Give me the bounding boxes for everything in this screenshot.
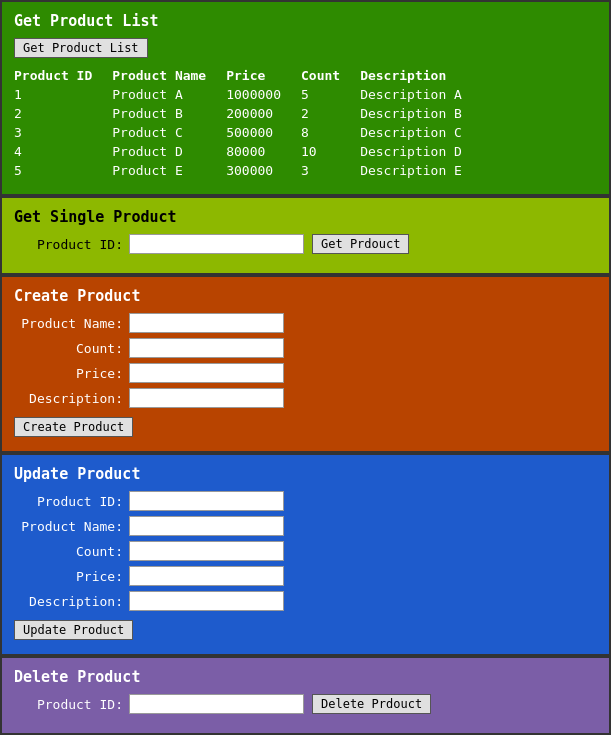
table-cell-desc: Description D bbox=[360, 142, 482, 161]
create-count-row: Count: bbox=[14, 338, 597, 358]
update-desc-row: Description: bbox=[14, 591, 597, 611]
delete-button[interactable]: Delete Prdouct bbox=[312, 694, 431, 714]
update-id-label: Product ID: bbox=[14, 494, 129, 509]
table-cell-name: Product C bbox=[112, 123, 226, 142]
update-desc-input[interactable] bbox=[129, 591, 284, 611]
table-cell-id: 4 bbox=[14, 142, 112, 161]
table-row: 4Product D8000010Description D bbox=[14, 142, 482, 161]
table-cell-price: 1000000 bbox=[226, 85, 301, 104]
col-header-desc: Description bbox=[360, 66, 482, 85]
update-button[interactable]: Update Product bbox=[14, 620, 133, 640]
table-cell-count: 8 bbox=[301, 123, 360, 142]
col-header-id: Product ID bbox=[14, 66, 112, 85]
table-cell-price: 500000 bbox=[226, 123, 301, 142]
table-cell-price: 200000 bbox=[226, 104, 301, 123]
create-name-input[interactable] bbox=[129, 313, 284, 333]
col-header-price: Price bbox=[226, 66, 301, 85]
table-cell-desc: Description A bbox=[360, 85, 482, 104]
table-cell-name: Product E bbox=[112, 161, 226, 180]
col-header-count: Count bbox=[301, 66, 360, 85]
table-cell-price: 300000 bbox=[226, 161, 301, 180]
table-cell-name: Product D bbox=[112, 142, 226, 161]
create-price-input[interactable] bbox=[129, 363, 284, 383]
create-name-row: Product Name: bbox=[14, 313, 597, 333]
update-title: Update Product bbox=[14, 465, 597, 483]
create-price-label: Price: bbox=[14, 366, 129, 381]
create-desc-row: Description: bbox=[14, 388, 597, 408]
create-desc-input[interactable] bbox=[129, 388, 284, 408]
table-row: 1Product A10000005Description A bbox=[14, 85, 482, 104]
col-header-name: Product Name bbox=[112, 66, 226, 85]
get-single-title: Get Single Product bbox=[14, 208, 597, 226]
table-cell-id: 5 bbox=[14, 161, 112, 180]
create-button[interactable]: Create Product bbox=[14, 417, 133, 437]
table-row: 5Product E3000003Description E bbox=[14, 161, 482, 180]
table-row: 2Product B2000002Description B bbox=[14, 104, 482, 123]
update-price-row: Price: bbox=[14, 566, 597, 586]
create-section: Create Product Product Name: Count: Pric… bbox=[0, 275, 611, 453]
table-header-row: Product ID Product Name Price Count Desc… bbox=[14, 66, 482, 85]
update-id-input[interactable] bbox=[129, 491, 284, 511]
table-cell-id: 1 bbox=[14, 85, 112, 104]
table-cell-desc: Description E bbox=[360, 161, 482, 180]
create-count-input[interactable] bbox=[129, 338, 284, 358]
delete-title: Delete Product bbox=[14, 668, 597, 686]
table-cell-desc: Description B bbox=[360, 104, 482, 123]
product-table: Product ID Product Name Price Count Desc… bbox=[14, 66, 482, 180]
get-list-button[interactable]: Get Product List bbox=[14, 38, 148, 58]
table-cell-id: 3 bbox=[14, 123, 112, 142]
update-desc-label: Description: bbox=[14, 594, 129, 609]
table-cell-id: 2 bbox=[14, 104, 112, 123]
delete-section: Delete Product Product ID: Delete Prdouc… bbox=[0, 656, 611, 735]
update-name-label: Product Name: bbox=[14, 519, 129, 534]
delete-id-label: Product ID: bbox=[14, 697, 129, 712]
delete-id-input[interactable] bbox=[129, 694, 304, 714]
table-cell-price: 80000 bbox=[226, 142, 301, 161]
update-name-row: Product Name: bbox=[14, 516, 597, 536]
get-single-button[interactable]: Get Prdouct bbox=[312, 234, 409, 254]
table-cell-count: 2 bbox=[301, 104, 360, 123]
update-price-label: Price: bbox=[14, 569, 129, 584]
update-price-input[interactable] bbox=[129, 566, 284, 586]
get-single-input[interactable] bbox=[129, 234, 304, 254]
update-section: Update Product Product ID: Product Name:… bbox=[0, 453, 611, 656]
get-single-label: Product ID: bbox=[14, 237, 129, 252]
create-price-row: Price: bbox=[14, 363, 597, 383]
get-list-section: Get Product List Get Product List Produc… bbox=[0, 0, 611, 196]
get-list-title: Get Product List bbox=[14, 12, 597, 30]
update-id-row: Product ID: bbox=[14, 491, 597, 511]
table-cell-name: Product B bbox=[112, 104, 226, 123]
create-desc-label: Description: bbox=[14, 391, 129, 406]
table-cell-name: Product A bbox=[112, 85, 226, 104]
create-count-label: Count: bbox=[14, 341, 129, 356]
update-count-row: Count: bbox=[14, 541, 597, 561]
update-count-label: Count: bbox=[14, 544, 129, 559]
update-count-input[interactable] bbox=[129, 541, 284, 561]
table-cell-count: 10 bbox=[301, 142, 360, 161]
delete-id-row: Product ID: Delete Prdouct bbox=[14, 694, 597, 714]
table-cell-desc: Description C bbox=[360, 123, 482, 142]
update-name-input[interactable] bbox=[129, 516, 284, 536]
get-single-row: Product ID: Get Prdouct bbox=[14, 234, 597, 254]
table-cell-count: 5 bbox=[301, 85, 360, 104]
table-cell-count: 3 bbox=[301, 161, 360, 180]
table-row: 3Product C5000008Description C bbox=[14, 123, 482, 142]
get-single-section: Get Single Product Product ID: Get Prdou… bbox=[0, 196, 611, 275]
create-name-label: Product Name: bbox=[14, 316, 129, 331]
create-title: Create Product bbox=[14, 287, 597, 305]
